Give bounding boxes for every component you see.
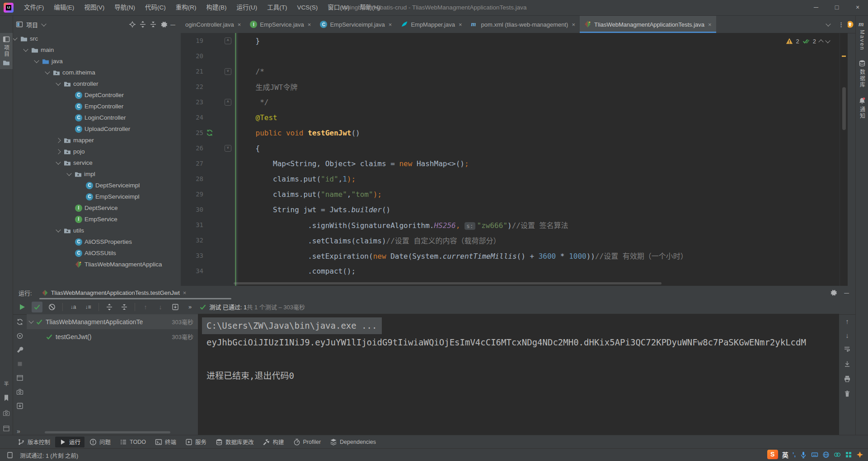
ime-grid-icon[interactable] — [845, 451, 852, 458]
tree-item[interactable]: CUploadController — [13, 123, 181, 135]
code-line[interactable]: 20 — [181, 48, 848, 64]
scroll-down-button[interactable]: ↓ — [845, 331, 849, 339]
tree-chevron-icon[interactable] — [13, 35, 18, 40]
tree-chevron-icon[interactable] — [28, 318, 33, 323]
fold-marker-icon[interactable]: ˅ — [225, 68, 231, 75]
ime-punct-icon[interactable]: ’, — [793, 451, 796, 458]
code-line[interactable]: 19˄ } — [181, 33, 848, 48]
fold-marker-icon[interactable]: ˄ — [225, 37, 231, 44]
scroll-up-button[interactable]: ↑ — [845, 317, 849, 325]
tree-item[interactable]: CAliOSSUtils — [13, 247, 181, 259]
menu-item[interactable]: 导航(N) — [109, 0, 140, 15]
scroll-to-end-button[interactable] — [844, 360, 851, 369]
editor-tab[interactable]: EmpMapper.java× — [396, 16, 466, 33]
tool-button-window[interactable] — [0, 422, 13, 435]
tool-window-button-版本控制[interactable]: 版本控制 — [14, 437, 54, 447]
menu-item[interactable]: 构建(B) — [202, 0, 232, 15]
code-line[interactable]: 26˅ { — [181, 140, 848, 156]
tab-close-icon[interactable]: × — [389, 21, 392, 28]
run-hide-icon[interactable]: ─ — [844, 289, 849, 297]
screenshot-button[interactable] — [16, 388, 23, 396]
menu-item[interactable]: 编辑(E) — [49, 0, 79, 15]
menu-item[interactable]: 工具(T) — [262, 0, 292, 15]
tab-close-icon[interactable]: × — [572, 21, 575, 28]
tree-chevron-icon[interactable] — [56, 80, 61, 85]
show-ignored-toggle[interactable] — [47, 302, 57, 312]
sort-alphabetically-button[interactable]: ↓a — [68, 302, 79, 312]
tree-item[interactable]: com.itheima — [13, 67, 181, 78]
editor-tab[interactable]: TliasWebManagmentApplicationTests.java× — [580, 16, 716, 33]
tree-chevron-icon[interactable] — [23, 47, 28, 51]
more-actions-icon[interactable]: » — [185, 303, 195, 310]
project-view-icon[interactable] — [16, 21, 23, 28]
tab-close-icon[interactable]: × — [308, 21, 311, 28]
tree-item[interactable]: CAliOSSProperties — [13, 236, 181, 247]
tool-window-button-服务[interactable]: 服务 — [181, 437, 211, 447]
project-panel-title[interactable]: 项目 — [26, 20, 38, 29]
tool-button-bookmarks[interactable] — [0, 391, 13, 404]
code-line[interactable]: 31 .signWith(SignatureAlgorithm.HS256, s… — [181, 217, 848, 233]
fold-marker-icon[interactable]: ˄ — [225, 99, 231, 106]
status-message[interactable]: 测试通过: 1 (片刻 之前) — [20, 451, 78, 460]
test-tree-hscrollbar[interactable] — [45, 431, 170, 433]
tree-chevron-icon[interactable] — [45, 69, 50, 74]
tree-item[interactable]: service — [13, 157, 181, 168]
error-stripe[interactable] — [840, 33, 848, 286]
minimize-button[interactable]: ─ — [806, 0, 826, 15]
tool-window-button-profiler[interactable]: Profiler — [289, 437, 325, 447]
more-chevron-icon[interactable]: » — [17, 428, 20, 435]
run-settings-gear-icon[interactable] — [830, 289, 837, 296]
menu-item[interactable]: 文件(F) — [19, 0, 49, 15]
inspections-widget[interactable]: 2 2 — [786, 37, 830, 45]
tab-close-icon[interactable]: × — [708, 21, 712, 28]
tree-item[interactable]: java — [13, 56, 181, 67]
next-issue-icon[interactable] — [825, 38, 830, 43]
code-line[interactable]: 27 Map<String, Object> claims = new Hash… — [181, 156, 848, 171]
tool-button-通知[interactable]: 通知 — [856, 93, 868, 124]
editor-options-icon[interactable]: ⋮ — [838, 21, 844, 28]
console-output[interactable]: C:\Users\ZW\Java\bin\java.exe ...eyJhbGc… — [198, 314, 839, 435]
menu-item[interactable]: 重构(R) — [171, 0, 202, 15]
tree-item[interactable]: pojo — [13, 146, 181, 157]
expand-all-button[interactable] — [104, 302, 115, 312]
rerun-button[interactable] — [17, 302, 28, 312]
tool-window-button-问题[interactable]: 问题 — [85, 437, 115, 447]
gear-icon[interactable] — [160, 21, 167, 28]
tree-item[interactable]: main — [13, 44, 181, 56]
run-tab[interactable]: TliasWebManagmentApplicationTests.testGe… — [42, 289, 187, 296]
fold-marker-icon[interactable]: ˅ — [225, 145, 231, 152]
hide-panel-icon[interactable]: ─ — [170, 21, 175, 28]
collapse-all-icon[interactable] — [150, 21, 157, 28]
collapse-all-button[interactable] — [119, 302, 130, 312]
stripe-scroll-thumb[interactable] — [842, 87, 846, 130]
hidden-tabs-icon[interactable] — [826, 21, 830, 26]
editor-tab[interactable]: IEmpService.java× — [245, 16, 315, 33]
ime-toolbox-icon[interactable] — [856, 451, 863, 458]
close-button[interactable]: × — [847, 0, 868, 15]
editor-hscrollbar[interactable] — [234, 282, 662, 284]
run-test-gutter-icon[interactable] — [206, 129, 213, 136]
keyboard-icon[interactable] — [811, 451, 818, 458]
tree-item[interactable]: IEmpService — [13, 214, 181, 225]
code-line[interactable]: 25 public void testGenJwt() — [181, 125, 848, 140]
code-editor[interactable]: 19˄ }2021˅ /*22 生成JWT令牌23˄ */24 @Test25 … — [181, 33, 848, 286]
tree-item[interactable]: TliasWebManagmentApplica — [13, 259, 181, 270]
next-failed-button[interactable]: ↓ — [155, 302, 166, 312]
menu-item[interactable]: 视图(V) — [79, 0, 109, 15]
sort-by-duration-button[interactable]: ↓≡ — [83, 302, 94, 312]
tool-window-button-dependencies[interactable]: Dependencies — [326, 437, 380, 447]
toggle-auto-test-button[interactable] — [16, 332, 23, 340]
menu-item[interactable]: 帮助(H) — [355, 0, 385, 15]
tool-window-button-构建[interactable]: 构建 — [258, 437, 288, 447]
tool-window-button-数据库更改[interactable]: 数据库更改 — [211, 437, 258, 447]
previous-failed-button[interactable]: ↑ — [140, 302, 151, 312]
status-window-icon[interactable] — [6, 452, 14, 459]
sogou-logo-icon[interactable]: S — [767, 450, 778, 459]
tool-window-button-运行[interactable]: 运行 — [55, 437, 84, 447]
tree-chevron-icon[interactable] — [56, 227, 61, 232]
tool-button-screenshot[interactable] — [0, 407, 13, 419]
tool-window-button-终端[interactable]: 终端 — [151, 437, 180, 447]
stop-button[interactable] — [16, 360, 23, 368]
ime-circles-icon[interactable] — [834, 451, 841, 458]
tree-item[interactable]: CEmpServiceimpl — [13, 191, 181, 202]
